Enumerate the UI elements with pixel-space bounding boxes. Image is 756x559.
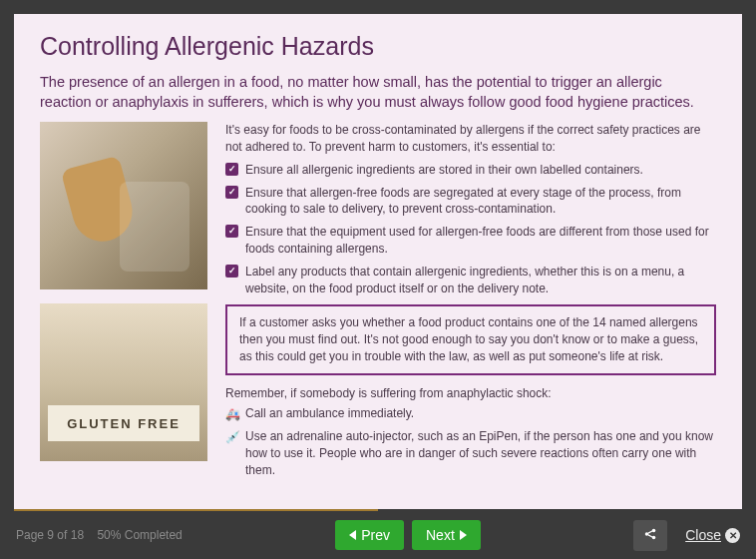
progress-bar [14,509,742,511]
chevron-left-icon [349,530,356,540]
intro-paragraph: It's easy for foods to be cross-contamin… [225,122,716,156]
prev-button[interactable]: Prev [335,520,404,550]
ambulance-icon: 🚑 [225,406,239,420]
chevron-right-icon [460,530,467,540]
callout-box: If a customer asks you whether a food pr… [225,304,716,374]
nav-buttons: Prev Next [190,520,625,550]
remember-paragraph: Remember, if somebody is suffering from … [225,385,716,402]
body-row: GLUTEN FREE It's easy for foods to be cr… [40,122,716,487]
close-button[interactable]: Close ✕ [685,527,740,543]
text-column: It's easy for foods to be cross-contamin… [225,122,716,487]
check-icon: ✓ [225,186,238,199]
close-label: Close [685,527,721,543]
checklist-text: Ensure that allergen-free foods are segr… [245,186,681,217]
checklist-text: Ensure all allergenic ingredients are st… [245,163,643,177]
action-item: 💉Use an adrenaline auto-injector, such a… [225,428,716,478]
content-panel: Controlling Allergenic Hazards The prese… [14,14,742,509]
checklist-text: Label any products that contain allergen… [245,265,684,295]
checklist-item: ✓Label any products that contain allerge… [225,264,716,297]
page-status: Page 9 of 18 50% Completed [16,528,183,542]
svg-point-0 [645,532,649,536]
gluten-free-label: GLUTEN FREE [48,405,199,441]
svg-point-2 [652,535,656,539]
prev-label: Prev [361,527,390,543]
page-counter: Page 9 of 18 [16,528,84,542]
share-button[interactable] [633,520,667,551]
checklist-text: Ensure that the equipment used for aller… [245,225,709,256]
check-icon: ✓ [225,265,238,278]
checklist-item: ✓Ensure all allergenic ingredients are s… [225,162,716,179]
action-item: 🚑Call an ambulance immediately. [225,405,716,422]
check-icon: ✓ [225,225,238,238]
lead-paragraph: The presence of an allergen in a food, n… [40,73,716,112]
share-icon [643,527,657,544]
checklist-item: ✓Ensure that the equipment used for alle… [225,224,716,258]
next-label: Next [426,527,455,543]
page-title: Controlling Allergenic Hazards [40,32,716,61]
next-button[interactable]: Next [412,520,481,550]
image-gluten-free: GLUTEN FREE [40,303,207,461]
epipen-icon: 💉 [225,429,239,443]
image-column: GLUTEN FREE [40,122,207,487]
action-text: Call an ambulance immediately. [245,406,414,420]
footer: Page 9 of 18 50% Completed Prev Next Clo… [0,511,756,559]
checklist-item: ✓Ensure that allergen-free foods are seg… [225,185,716,219]
action-list: 🚑Call an ambulance immediately. 💉Use an … [225,405,716,478]
check-icon: ✓ [225,163,238,176]
checklist: ✓Ensure all allergenic ingredients are s… [225,162,716,297]
action-text: Use an adrenaline auto-injector, such as… [245,429,713,477]
svg-point-1 [652,528,656,532]
progress-fill [14,509,378,511]
percent-complete: 50% Completed [97,528,182,542]
close-icon: ✕ [725,528,740,543]
image-allergen-ingredients [40,122,207,289]
